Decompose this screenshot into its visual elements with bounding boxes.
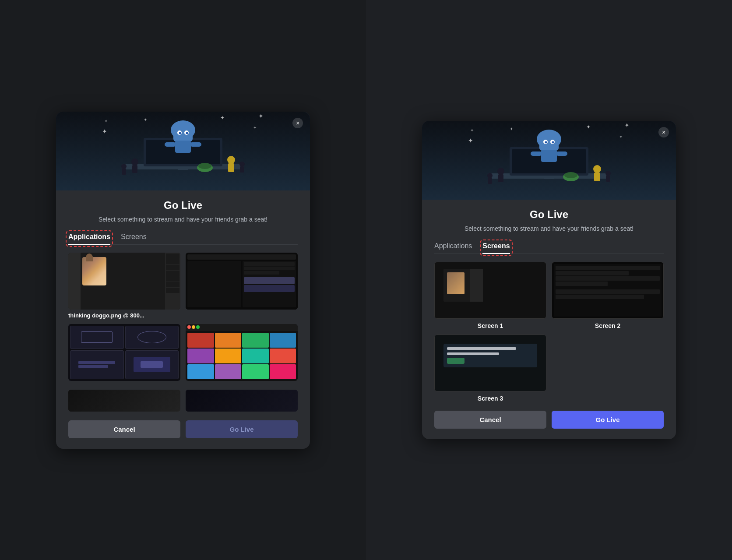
svg-point-9 [179,132,181,134]
svg-rect-34 [544,176,554,179]
panel-row-2 [166,259,179,264]
svg-text:✦: ✦ [253,125,257,130]
right-modal-body: Go Live Select something to stream and h… [422,200,676,439]
svg-point-52 [605,171,611,176]
left-tab-screens[interactable]: Screens [121,233,147,244]
svg-rect-51 [488,178,492,184]
tk-cell-4 [125,350,179,379]
panel-row-7 [166,288,179,293]
tk-rect-1 [81,331,113,343]
right-tabs: Applications Screens [434,242,664,254]
left-app-item-4[interactable] [186,324,298,381]
panel-row-1 [166,254,179,259]
svg-rect-36 [539,137,559,151]
cc-8 [270,349,296,363]
left-close-button[interactable]: × [292,118,303,128]
cc-6 [215,349,242,363]
svg-text:✦: ✦ [220,115,225,121]
svg-text:✦: ✦ [258,113,264,120]
svg-rect-17 [228,163,234,172]
cc-7 [242,349,269,363]
toolkit-preview [68,324,180,381]
screen1-ps [443,269,483,302]
left-partial-2 [186,390,298,412]
svg-point-20 [121,164,127,169]
right-modal: ✦ ✦ ✦ ✦ ✦ ✦ × Go Live Select something t… [422,121,676,439]
svg-point-44 [497,168,504,175]
right-tab-screens[interactable]: Screens [482,242,510,254]
right-modal-subtitle: Select something to stream and have your… [434,224,664,233]
right-screen-item-2[interactable]: Screen 2 [552,262,664,329]
s3-btn [447,358,465,364]
s3-t2 [447,352,499,355]
left-app-item-1[interactable]: thinking doggo.png @ 800... [68,253,180,319]
svg-text:✦: ✦ [468,137,473,144]
s2-r4 [556,282,608,286]
dog-image [82,257,106,285]
svg-rect-11 [175,141,191,153]
right-cancel-button[interactable]: Cancel [434,411,546,429]
left-app-thumb-3 [68,324,180,381]
dot-yellow [192,325,195,329]
panel-row-4 [166,271,179,276]
left-modal-footer: Cancel Go Live [68,420,298,438]
left-app-item-2[interactable] [186,253,298,319]
cc-9 [187,364,214,379]
tk-cell-2 [125,326,179,349]
svg-text:✦: ✦ [586,124,591,130]
cc-10 [215,364,242,379]
panel-row-3 [166,265,179,270]
left-partial-1 [68,390,180,412]
svg-point-49 [564,172,577,178]
left-modal-body: Go Live Select something to stream and h… [56,190,310,449]
right-tab-applications[interactable]: Applications [434,242,472,254]
dog-ear [86,254,93,261]
left-app-item-3[interactable] [68,324,180,381]
panel-row-5 [166,276,179,282]
right-screen-item-3[interactable]: Screen 3 [434,335,546,402]
svg-text:✦: ✦ [470,128,474,133]
right-illustration: ✦ ✦ ✦ ✦ ✦ ✦ × [422,121,676,200]
svg-point-46 [593,165,601,173]
cc-2 [215,333,242,348]
left-tab-applications[interactable]: Applications [68,233,110,244]
right-close-button[interactable]: × [658,127,669,137]
s3-t1 [447,347,516,350]
svg-rect-23 [240,166,244,173]
svg-rect-21 [122,169,126,175]
svg-rect-4 [178,166,188,170]
cc-4 [270,333,296,348]
svg-text:✦: ✦ [619,134,623,139]
left-cancel-button[interactable]: Cancel [68,420,180,438]
svg-text:✦: ✦ [102,128,107,135]
svg-point-22 [239,162,245,167]
cc-3 [242,333,269,348]
right-screen-label-3: Screen 3 [434,395,546,402]
svg-rect-13 [190,142,201,147]
s2-r1 [556,266,660,270]
right-screen-thumb-3 [434,335,546,391]
left-panel: ✦ ✦ ✦ ✦ ✦ ✦ × Go Live Select something t… [0,0,366,560]
svg-point-50 [487,173,493,178]
right-screen-thumb-1 [434,262,546,319]
left-app-thumb-4 [186,324,298,381]
right-screen-item-1[interactable]: Screen 1 [434,262,546,329]
s2-r3 [556,276,660,281]
right-screen-thumb-2 [552,262,664,319]
right-golive-button[interactable]: Go Live [552,411,664,429]
left-app-thumb-2 [186,253,298,310]
left-app-thumb-1 [68,253,180,310]
right-modal-title: Go Live [434,208,664,221]
left-app-grid: thinking doggo.png @ 800... [68,253,298,381]
cc-12 [270,364,296,379]
right-screen-grid: Screen 1 Screen 2 [434,262,664,402]
screen3-content [443,344,537,367]
left-golive-button[interactable]: Go Live [186,420,298,438]
svg-rect-42 [531,151,542,156]
svg-text:✦: ✦ [144,117,147,122]
left-tabs: Applications Screens [68,233,298,245]
left-app-label-1: thinking doggo.png @ 800... [68,312,180,319]
svg-rect-41 [541,150,557,162]
s2-r2 [556,271,629,275]
svg-rect-53 [606,176,610,182]
